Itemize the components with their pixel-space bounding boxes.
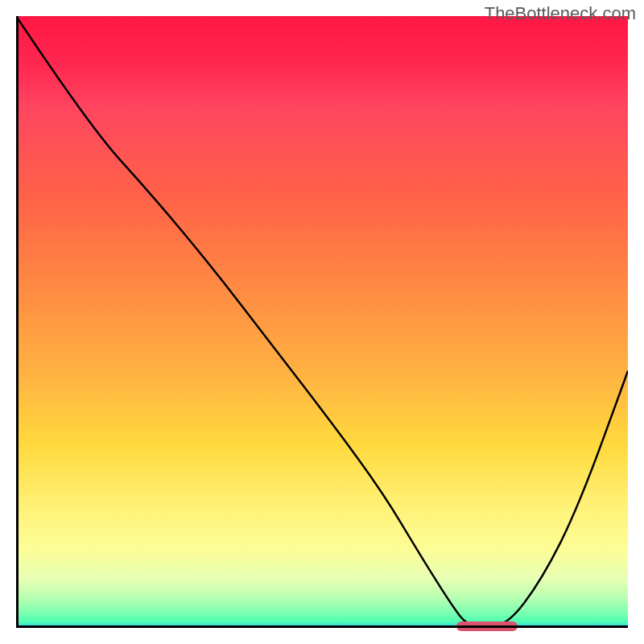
x-axis	[16, 625, 628, 628]
bottleneck-curve	[16, 16, 628, 628]
chart-container: TheBottleneck.com	[0, 0, 644, 644]
plot-area	[16, 16, 628, 628]
watermark-text: TheBottleneck.com	[485, 3, 636, 24]
y-axis	[16, 16, 19, 628]
